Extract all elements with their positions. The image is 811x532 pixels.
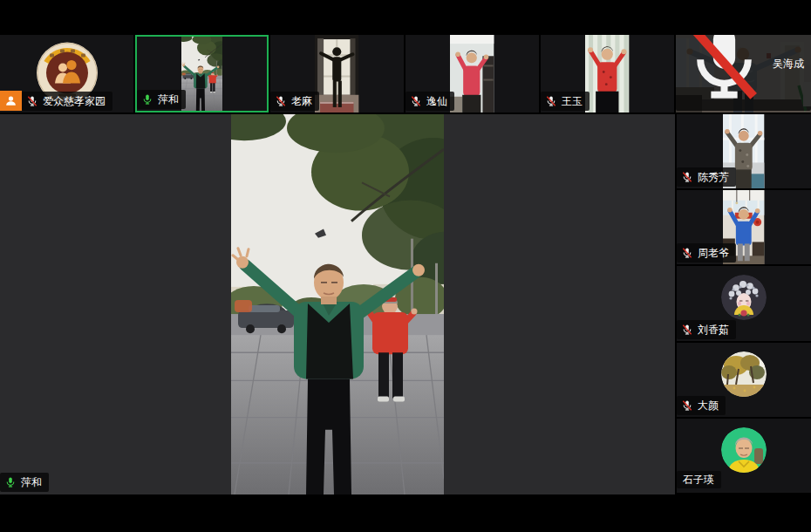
- participant-name: 大颜: [698, 400, 719, 411]
- participant-name: 萍和: [158, 94, 179, 105]
- name-tag: 老麻: [270, 92, 319, 111]
- participant-name: 周老爷: [698, 248, 729, 258]
- avatar-autumn-trees: [721, 351, 767, 397]
- tile-pinghe[interactable]: 萍和: [135, 35, 269, 113]
- name-tag: 刘香茹: [677, 320, 736, 339]
- tile-community[interactable]: 爱众慈孝家园: [0, 35, 133, 113]
- host-person-badge-icon: [0, 91, 22, 111]
- avatar-yellow-shirt-portrait: [721, 427, 767, 473]
- meeting-window: 爱众慈孝家园 萍和 老麻: [0, 0, 811, 532]
- mic-muted-icon: [681, 324, 693, 336]
- tile-yixian[interactable]: 逸仙: [406, 35, 539, 113]
- participant-name: 爱众慈孝家园: [43, 96, 106, 106]
- name-tag: 爱众慈孝家园: [22, 92, 112, 111]
- name-tag: 大颜: [677, 396, 726, 415]
- participant-name: 陈秀芳: [698, 172, 729, 182]
- tile-zhoulaoye[interactable]: 周老爷: [677, 190, 811, 264]
- stage-name-tag: 萍和: [0, 473, 49, 492]
- name-tag: 吴海成: [676, 35, 811, 111]
- tile-wangyu[interactable]: 王玉: [541, 35, 674, 113]
- participant-filmstrip: 爱众慈孝家园 萍和 老麻: [0, 35, 811, 113]
- bottom-bar: [0, 494, 811, 532]
- name-tag: 王玉: [541, 92, 590, 111]
- mic-muted-icon: [545, 95, 557, 107]
- mic-on-icon: [4, 476, 17, 488]
- participant-name: 萍和: [21, 477, 42, 488]
- avatar-opera-performer: [721, 275, 767, 320]
- top-bar: [0, 0, 811, 35]
- mic-muted-icon: [26, 95, 38, 107]
- tile-shiziying[interactable]: 石子瑛: [677, 419, 811, 493]
- mic-on-icon: [141, 93, 153, 106]
- tile-laoma[interactable]: 老麻: [270, 35, 404, 113]
- mic-muted-icon: [680, 35, 768, 107]
- main-video-pinghe: [231, 114, 444, 494]
- participant-name: 逸仙: [426, 96, 447, 106]
- mic-muted-icon: [681, 171, 693, 183]
- main-stage[interactable]: 萍和: [0, 114, 675, 494]
- tile-liuxiangru[interactable]: 刘香茹: [677, 266, 811, 340]
- participant-name: 老麻: [291, 96, 312, 106]
- participant-name: 王玉: [562, 96, 583, 106]
- name-tag: 石子瑛: [677, 471, 721, 488]
- name-tag: 周老爷: [677, 243, 736, 263]
- participant-name: 吴海成: [773, 58, 804, 69]
- mic-muted-icon: [275, 95, 287, 107]
- name-tag: 萍和: [137, 90, 186, 109]
- name-tag: 陈秀芳: [677, 167, 736, 187]
- mic-muted-icon: [681, 247, 693, 259]
- tile-dayan[interactable]: 大颜: [677, 343, 811, 417]
- tile-chenxiufang[interactable]: 陈秀芳: [677, 114, 811, 188]
- name-tag: 逸仙: [406, 92, 454, 111]
- mic-muted-icon: [681, 399, 693, 412]
- participant-column: 陈秀芳 周老爷 刘香茹: [677, 114, 811, 493]
- participant-name: 刘香茹: [698, 324, 729, 335]
- mic-muted-icon: [410, 95, 422, 107]
- tile-wuhaicheng[interactable]: 吴海成: [676, 35, 811, 113]
- participant-name: 石子瑛: [683, 474, 714, 485]
